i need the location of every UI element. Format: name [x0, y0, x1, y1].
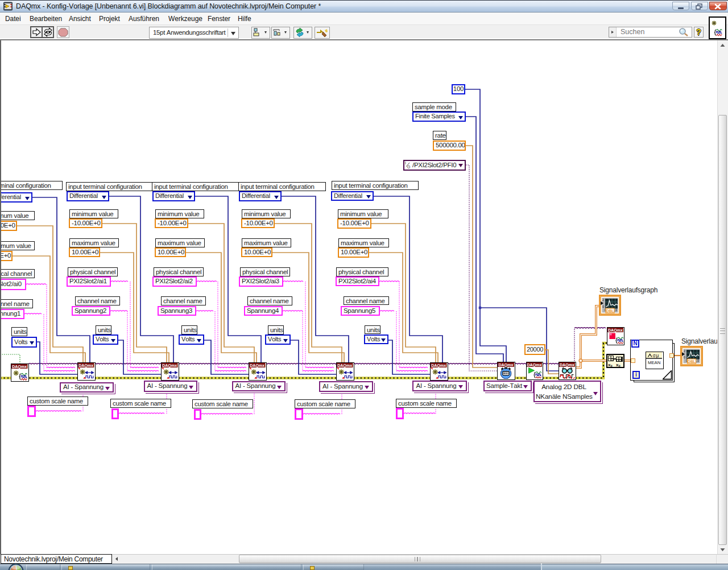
svg-text:DAQmx: DAQmx — [337, 364, 352, 368]
svg-text:DAQmx: DAQmx — [12, 365, 27, 369]
svg-text:DAQmx: DAQmx — [431, 364, 446, 368]
svg-text:DAQmx: DAQmx — [527, 363, 541, 367]
svg-text:O: O — [407, 165, 410, 169]
svg-text:0: 0 — [602, 305, 604, 308]
svg-text:DAQmx: DAQmx — [498, 363, 513, 367]
svg-text:xij: xij — [608, 362, 613, 367]
svg-text:MEAN: MEAN — [648, 360, 660, 365]
svg-text:DAQmx: DAQmx — [250, 364, 264, 368]
svg-text:xji: xji — [616, 362, 621, 367]
svg-text:I: I — [405, 161, 406, 165]
svg-text:DBL: DBL — [606, 309, 614, 313]
svg-text:μ: μ — [656, 353, 659, 358]
svg-text:DBL: DBL — [688, 360, 696, 364]
svg-text:2: 2 — [684, 349, 685, 353]
svg-text:DAQmx: DAQmx — [560, 363, 574, 367]
svg-text:0: 0 — [684, 356, 685, 359]
svg-text:DAQmx: DAQmx — [608, 328, 623, 333]
svg-text:DAQmx: DAQmx — [78, 364, 93, 368]
svg-text:2: 2 — [602, 298, 604, 301]
svg-text:DAQmx: DAQmx — [162, 364, 177, 368]
